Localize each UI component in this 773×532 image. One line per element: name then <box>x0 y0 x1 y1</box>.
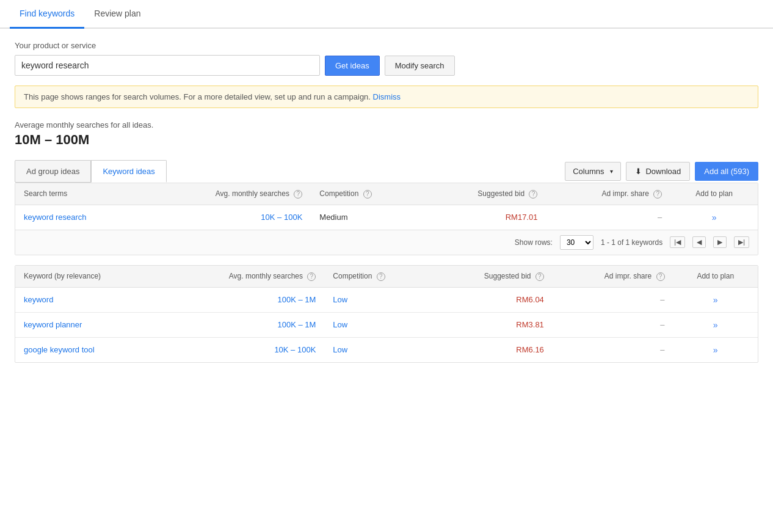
col-add-to-plan-ki: Add to plan <box>673 266 758 287</box>
keyword-ideas-table: Keyword (by relevance) Avg. monthly sear… <box>15 266 758 362</box>
table-row: keyword 100K – 1M Low RM6.04 – » <box>15 287 758 312</box>
table-row: keyword research 10K – 100K Medium RM17.… <box>15 205 758 230</box>
search-term-cell: keyword research <box>15 205 143 230</box>
col-keyword: Keyword (by relevance) <box>15 266 162 287</box>
first-page-button[interactable]: |◀ <box>670 236 685 248</box>
help-icon-impr[interactable]: ? <box>653 190 662 199</box>
get-ideas-button[interactable]: Get ideas <box>325 56 380 76</box>
action-buttons: Columns ▾ ⬇ Download Add all (593) <box>565 162 758 181</box>
help-icon-avg[interactable]: ? <box>294 190 302 199</box>
idea-tabs: Ad group ideas Keyword ideas <box>15 160 167 183</box>
keyword-ideas-table-container: Keyword (by relevance) Avg. monthly sear… <box>15 265 758 363</box>
ad-impr-cell: – <box>553 312 673 337</box>
tab-keyword-ideas[interactable]: Keyword ideas <box>91 160 166 183</box>
page-info: 1 - 1 of 1 keywords <box>601 238 662 247</box>
col-avg-monthly-ki: Avg. monthly searches ? <box>162 266 324 287</box>
help-icon-competition-ki[interactable]: ? <box>377 272 385 281</box>
search-input[interactable] <box>15 55 320 76</box>
add-to-plan-icon[interactable]: » <box>712 213 717 222</box>
table-row: google keyword tool 10K – 100K Low RM6.1… <box>15 337 758 362</box>
search-terms-table: Search terms Avg. monthly searches ? Com… <box>15 183 758 230</box>
notification-message: This page shows ranges for search volume… <box>24 92 371 101</box>
add-to-plan-icon[interactable]: » <box>713 320 718 330</box>
last-page-button[interactable]: ▶| <box>734 236 749 248</box>
stats-section: Average monthly searches for all ideas. … <box>15 120 758 148</box>
keyword-cell: google keyword tool <box>15 337 162 362</box>
col-competition: Competition ? <box>311 183 422 205</box>
competition-cell: Low <box>324 287 432 312</box>
search-row: Get ideas Modify search <box>15 55 758 76</box>
col-suggested-bid: Suggested bid ? <box>423 183 546 205</box>
product-label: Your product or service <box>15 41 758 50</box>
help-icon-competition[interactable]: ? <box>363 190 372 199</box>
suggested-bid-cell: RM17.01 <box>423 205 546 230</box>
col-search-terms: Search terms <box>15 183 143 205</box>
tab-ad-group-ideas[interactable]: Ad group ideas <box>15 160 91 183</box>
add-to-plan-cell[interactable]: » <box>670 205 758 230</box>
add-to-plan-icon[interactable]: » <box>713 295 718 305</box>
col-ad-impr-ki: Ad impr. share ? <box>553 266 673 287</box>
stats-value: 10M – 100M <box>15 132 758 148</box>
avg-monthly-cell: 10K – 100K <box>143 205 311 230</box>
col-ad-impr: Ad impr. share ? <box>546 183 670 205</box>
show-rows-label: Show rows: <box>515 238 553 247</box>
tab-review-plan[interactable]: Review plan <box>84 0 150 29</box>
competition-cell: Medium <box>311 205 422 230</box>
ad-impr-cell: – <box>553 337 673 362</box>
suggested-bid-cell: RM6.16 <box>432 337 553 362</box>
help-icon-bid[interactable]: ? <box>529 190 537 199</box>
add-to-plan-cell[interactable]: » <box>673 337 758 362</box>
competition-cell: Low <box>324 337 432 362</box>
ad-impr-cell: – <box>546 205 670 230</box>
add-to-plan-cell[interactable]: » <box>673 287 758 312</box>
keyword-link[interactable]: keyword planner <box>24 320 82 329</box>
columns-label: Columns <box>573 167 604 176</box>
help-icon-avg-ki[interactable]: ? <box>307 272 316 281</box>
tabs-and-actions: Ad group ideas Keyword ideas Columns ▾ ⬇… <box>15 160 758 183</box>
keyword-cell: keyword <box>15 287 162 312</box>
add-to-plan-icon[interactable]: » <box>713 345 718 355</box>
columns-button[interactable]: Columns ▾ <box>565 162 621 181</box>
stats-label: Average monthly searches for all ideas. <box>15 120 758 129</box>
add-to-plan-cell[interactable]: » <box>673 312 758 337</box>
notification-bar: This page shows ranges for search volume… <box>15 86 758 108</box>
rows-per-page-select[interactable]: 30 50 100 <box>560 235 593 250</box>
download-label: Download <box>645 167 681 176</box>
modify-search-button[interactable]: Modify search <box>385 56 455 76</box>
search-terms-table-container: Search terms Avg. monthly searches ? Com… <box>15 183 758 255</box>
search-terms-section: Search terms Avg. monthly searches ? Com… <box>15 183 758 363</box>
search-term-link[interactable]: keyword research <box>24 213 87 222</box>
col-suggested-bid-ki: Suggested bid ? <box>432 266 553 287</box>
ad-impr-cell: – <box>553 287 673 312</box>
col-add-to-plan: Add to plan <box>670 183 758 205</box>
help-icon-impr-ki[interactable]: ? <box>656 272 665 281</box>
table-row: keyword planner 100K – 1M Low RM3.81 – » <box>15 312 758 337</box>
avg-monthly-cell: 100K – 1M <box>162 287 324 312</box>
prev-page-button[interactable]: ◀ <box>692 236 706 248</box>
add-all-button[interactable]: Add all (593) <box>695 162 758 181</box>
suggested-bid-cell: RM3.81 <box>432 312 553 337</box>
tab-find-keywords[interactable]: Find keywords <box>10 0 84 29</box>
suggested-bid-cell: RM6.04 <box>432 287 553 312</box>
download-icon: ⬇ <box>635 167 642 176</box>
chevron-down-icon: ▾ <box>610 168 613 175</box>
search-terms-pagination: Show rows: 30 50 100 1 - 1 of 1 keywords… <box>15 230 758 255</box>
keyword-cell: keyword planner <box>15 312 162 337</box>
avg-monthly-cell: 10K – 100K <box>162 337 324 362</box>
main-nav: Find keywords Review plan <box>0 0 773 29</box>
main-content: Your product or service Get ideas Modify… <box>0 29 773 385</box>
keyword-link[interactable]: keyword <box>24 295 53 304</box>
col-avg-monthly: Avg. monthly searches ? <box>143 183 311 205</box>
dismiss-link[interactable]: Dismiss <box>373 92 401 101</box>
help-icon-bid-ki[interactable]: ? <box>535 272 544 281</box>
avg-monthly-cell: 100K – 1M <box>162 312 324 337</box>
keyword-link[interactable]: google keyword tool <box>24 345 95 354</box>
download-button[interactable]: ⬇ Download <box>626 162 690 181</box>
competition-cell: Low <box>324 312 432 337</box>
next-page-button[interactable]: ▶ <box>713 236 727 248</box>
col-competition-ki: Competition ? <box>324 266 432 287</box>
